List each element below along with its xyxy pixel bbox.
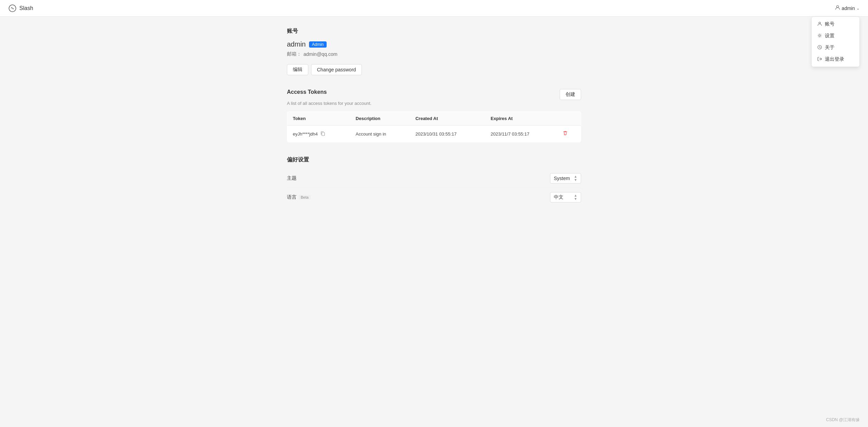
description-cell: Account sign in [350, 126, 410, 142]
svg-point-1 [837, 6, 839, 8]
chevron-down-icon: ⌄ [856, 6, 860, 11]
change-password-button[interactable]: Change password [311, 64, 362, 75]
actions-cell [557, 126, 581, 142]
user-icon [835, 5, 840, 11]
footer-text: CSDN @江湖有缘 [826, 417, 860, 422]
admin-badge: Admin [309, 41, 326, 48]
header-left: Slash [8, 4, 33, 12]
dropdown-item-about[interactable]: 关于 [812, 42, 859, 53]
clock-icon [817, 45, 822, 51]
select-arrows-icon: ▲ ▼ [574, 194, 577, 201]
theme-value: System [554, 176, 570, 181]
beta-badge: Beta [299, 195, 311, 200]
tokens-description: A list of all access tokens for your acc… [287, 101, 372, 106]
token-value-container: eyJh****jdh4 [293, 131, 345, 137]
account-buttons: 编辑 Change password [287, 64, 581, 75]
preferences-section: 偏好设置 主题 System ▲ ▼ 语言 Beta 中文 ▲ ▼ [287, 156, 581, 207]
delete-icon[interactable] [562, 131, 568, 137]
col-header-created-at: Created At [410, 112, 485, 126]
email-value: admin@qq.com [303, 51, 337, 57]
col-header-description: Description [350, 112, 410, 126]
user-name: admin [842, 6, 855, 11]
dropdown-label-about: 关于 [825, 44, 835, 51]
tokens-header: Access Tokens A list of all access token… [287, 89, 581, 106]
theme-select[interactable]: System ▲ ▼ [550, 173, 581, 183]
dropdown-item-logout[interactable]: 退出登录 [812, 53, 859, 65]
svg-point-2 [819, 22, 821, 24]
select-arrows-icon: ▲ ▼ [574, 175, 577, 182]
dropdown-label-account: 账号 [825, 21, 835, 27]
account-section-title: 账号 [287, 28, 581, 35]
account-section: 账号 admin Admin 邮箱： admin@qq.com 编辑 Chang… [287, 28, 581, 75]
dropdown-menu: 账号 设置 关于 退出登录 [811, 17, 860, 67]
dropdown-item-account[interactable]: 账号 [812, 18, 859, 30]
tokens-section: Access Tokens A list of all access token… [287, 89, 581, 142]
account-email-row: 邮箱： admin@qq.com [287, 51, 581, 57]
language-select[interactable]: 中文 ▲ ▼ [550, 192, 581, 202]
token-table: Token Description Created At Expires At … [287, 111, 581, 142]
col-header-actions [557, 112, 581, 126]
tokens-header-left: Access Tokens A list of all access token… [287, 89, 372, 106]
user-menu-trigger[interactable]: admin ⌄ [835, 5, 860, 11]
logo-icon [8, 4, 17, 12]
language-value: 中文 [554, 194, 563, 200]
language-label: 语言 Beta [287, 194, 311, 200]
main-content: 账号 admin Admin 邮箱： admin@qq.com 编辑 Chang… [279, 17, 589, 218]
copy-icon[interactable] [320, 131, 325, 137]
account-name-row: admin Admin [287, 40, 581, 48]
dropdown-label-logout: 退出登录 [825, 56, 844, 62]
svg-point-3 [819, 34, 821, 36]
logout-icon [817, 57, 822, 62]
email-label: 邮箱： [287, 51, 301, 57]
account-name: admin [287, 40, 306, 48]
tokens-section-title: Access Tokens [287, 89, 372, 95]
expires-at-cell: 2023/11/7 03:55:17 [485, 126, 557, 142]
language-preference-row: 语言 Beta 中文 ▲ ▼ [287, 188, 581, 207]
header-title: Slash [19, 5, 33, 11]
col-header-expires-at: Expires At [485, 112, 557, 126]
theme-preference-row: 主题 System ▲ ▼ [287, 169, 581, 188]
token-text: eyJh****jdh4 [293, 131, 318, 137]
gear-icon [817, 33, 822, 39]
create-token-button[interactable]: 创建 [560, 89, 581, 100]
svg-rect-5 [322, 132, 325, 136]
header: Slash admin ⌄ [0, 0, 868, 17]
person-icon [817, 21, 822, 27]
table-row: eyJh****jdh4 Account sign in 2023/10/31 … [287, 126, 581, 142]
table-header-row: Token Description Created At Expires At [287, 112, 581, 126]
dropdown-label-settings: 设置 [825, 33, 835, 39]
token-cell: eyJh****jdh4 [287, 126, 350, 142]
footer: CSDN @江湖有缘 [826, 417, 860, 423]
theme-label: 主题 [287, 175, 297, 181]
edit-button[interactable]: 编辑 [287, 64, 308, 75]
created-at-cell: 2023/10/31 03:55:17 [410, 126, 485, 142]
preferences-section-title: 偏好设置 [287, 156, 581, 163]
dropdown-item-settings[interactable]: 设置 [812, 30, 859, 42]
col-header-token: Token [287, 112, 350, 126]
